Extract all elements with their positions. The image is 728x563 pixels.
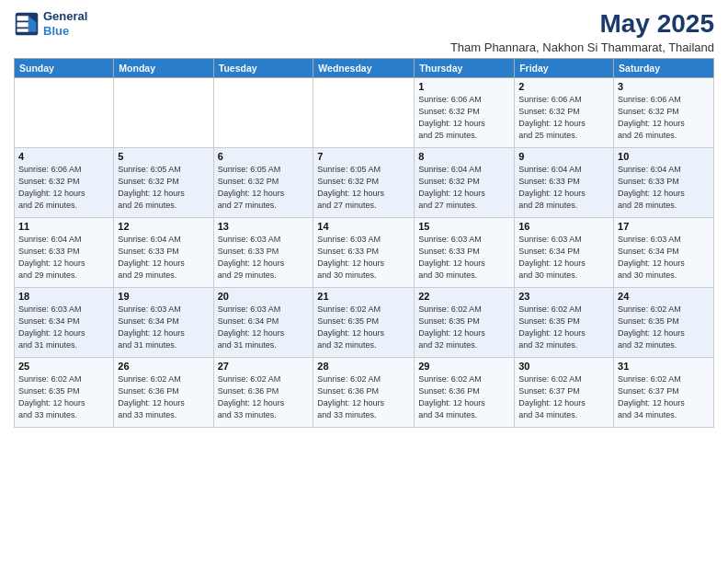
- day-number: 21: [317, 291, 410, 302]
- logo-general: General: [43, 9, 87, 23]
- day-info: Sunrise: 6:02 AM Sunset: 6:36 PM Dayligh…: [418, 373, 510, 421]
- calendar-cell: 16Sunrise: 6:03 AM Sunset: 6:34 PM Dayli…: [515, 218, 614, 288]
- main-title: May 2025: [450, 9, 714, 39]
- calendar-cell: 14Sunrise: 6:03 AM Sunset: 6:33 PM Dayli…: [313, 218, 415, 288]
- day-info: Sunrise: 6:02 AM Sunset: 6:35 PM Dayligh…: [518, 304, 609, 351]
- svg-rect-4: [17, 29, 28, 32]
- calendar-cell: 12Sunrise: 6:04 AM Sunset: 6:33 PM Dayli…: [114, 218, 213, 288]
- day-number: 1: [418, 81, 510, 92]
- day-info: Sunrise: 6:06 AM Sunset: 6:32 PM Dayligh…: [618, 94, 710, 142]
- day-info: Sunrise: 6:02 AM Sunset: 6:36 PM Dayligh…: [317, 373, 410, 421]
- day-number: 28: [317, 361, 410, 372]
- day-number: 9: [518, 151, 609, 162]
- weekday-header-saturday: Saturday: [614, 59, 714, 78]
- day-info: Sunrise: 6:02 AM Sunset: 6:37 PM Dayligh…: [618, 373, 710, 421]
- calendar-cell: 3Sunrise: 6:06 AM Sunset: 6:32 PM Daylig…: [614, 78, 714, 148]
- calendar-cell: [15, 78, 114, 148]
- calendar-cell: 25Sunrise: 6:02 AM Sunset: 6:35 PM Dayli…: [15, 358, 114, 428]
- day-number: 15: [418, 221, 510, 232]
- calendar-cell: 1Sunrise: 6:06 AM Sunset: 6:32 PM Daylig…: [415, 78, 515, 148]
- day-number: 6: [218, 151, 310, 162]
- day-info: Sunrise: 6:03 AM Sunset: 6:34 PM Dayligh…: [218, 304, 310, 351]
- day-number: 13: [218, 221, 310, 232]
- calendar-table: SundayMondayTuesdayWednesdayThursdayFrid…: [14, 58, 714, 428]
- day-info: Sunrise: 6:03 AM Sunset: 6:34 PM Dayligh…: [618, 234, 710, 282]
- day-info: Sunrise: 6:02 AM Sunset: 6:37 PM Dayligh…: [518, 373, 609, 421]
- logo-icon: [14, 11, 40, 37]
- header: General Blue May 2025 Tham Phannara, Nak…: [14, 9, 714, 54]
- calendar-cell: 4Sunrise: 6:06 AM Sunset: 6:32 PM Daylig…: [15, 148, 114, 218]
- calendar-cell: [213, 78, 313, 148]
- day-number: 3: [618, 81, 710, 92]
- week-row-1: 1Sunrise: 6:06 AM Sunset: 6:32 PM Daylig…: [15, 78, 714, 148]
- calendar-cell: 18Sunrise: 6:03 AM Sunset: 6:34 PM Dayli…: [15, 288, 114, 358]
- day-info: Sunrise: 6:05 AM Sunset: 6:32 PM Dayligh…: [118, 164, 209, 212]
- calendar-cell: 31Sunrise: 6:02 AM Sunset: 6:37 PM Dayli…: [614, 358, 714, 428]
- day-number: 22: [418, 291, 510, 302]
- day-number: 18: [18, 291, 109, 302]
- day-number: 20: [218, 291, 310, 302]
- day-info: Sunrise: 6:03 AM Sunset: 6:34 PM Dayligh…: [118, 304, 209, 351]
- day-info: Sunrise: 6:02 AM Sunset: 6:36 PM Dayligh…: [218, 373, 310, 421]
- day-number: 4: [18, 151, 109, 162]
- calendar-cell: 10Sunrise: 6:04 AM Sunset: 6:33 PM Dayli…: [614, 148, 714, 218]
- day-info: Sunrise: 6:06 AM Sunset: 6:32 PM Dayligh…: [18, 164, 109, 212]
- day-number: 8: [418, 151, 510, 162]
- day-info: Sunrise: 6:06 AM Sunset: 6:32 PM Dayligh…: [518, 94, 609, 142]
- calendar-cell: 26Sunrise: 6:02 AM Sunset: 6:36 PM Dayli…: [114, 358, 213, 428]
- calendar-cell: 19Sunrise: 6:03 AM Sunset: 6:34 PM Dayli…: [114, 288, 213, 358]
- day-number: 26: [118, 361, 209, 372]
- calendar-cell: 22Sunrise: 6:02 AM Sunset: 6:35 PM Dayli…: [415, 288, 515, 358]
- calendar-cell: 23Sunrise: 6:02 AM Sunset: 6:35 PM Dayli…: [515, 288, 614, 358]
- week-row-4: 18Sunrise: 6:03 AM Sunset: 6:34 PM Dayli…: [15, 288, 714, 358]
- title-block: May 2025 Tham Phannara, Nakhon Si Thamma…: [450, 9, 714, 54]
- page: General Blue May 2025 Tham Phannara, Nak…: [0, 0, 728, 563]
- svg-rect-3: [17, 22, 28, 27]
- sub-title: Tham Phannara, Nakhon Si Thammarat, Thai…: [450, 40, 714, 54]
- day-number: 25: [18, 361, 109, 372]
- day-number: 24: [618, 291, 710, 302]
- day-number: 29: [418, 361, 510, 372]
- logo-blue-text: Blue: [43, 24, 69, 38]
- day-info: Sunrise: 6:04 AM Sunset: 6:33 PM Dayligh…: [518, 164, 609, 212]
- day-number: 27: [218, 361, 310, 372]
- day-number: 31: [618, 361, 710, 372]
- week-row-2: 4Sunrise: 6:06 AM Sunset: 6:32 PM Daylig…: [15, 148, 714, 218]
- calendar-cell: 13Sunrise: 6:03 AM Sunset: 6:33 PM Dayli…: [213, 218, 313, 288]
- calendar-cell: 24Sunrise: 6:02 AM Sunset: 6:35 PM Dayli…: [614, 288, 714, 358]
- day-number: 12: [118, 221, 209, 232]
- day-info: Sunrise: 6:03 AM Sunset: 6:33 PM Dayligh…: [218, 234, 310, 282]
- calendar-cell: 21Sunrise: 6:02 AM Sunset: 6:35 PM Dayli…: [313, 288, 415, 358]
- week-row-3: 11Sunrise: 6:04 AM Sunset: 6:33 PM Dayli…: [15, 218, 714, 288]
- day-number: 30: [518, 361, 609, 372]
- day-info: Sunrise: 6:04 AM Sunset: 6:33 PM Dayligh…: [18, 234, 109, 282]
- weekday-header-friday: Friday: [515, 59, 614, 78]
- day-info: Sunrise: 6:03 AM Sunset: 6:33 PM Dayligh…: [317, 234, 410, 282]
- calendar-cell: 11Sunrise: 6:04 AM Sunset: 6:33 PM Dayli…: [15, 218, 114, 288]
- day-number: 11: [18, 221, 109, 232]
- calendar-cell: [114, 78, 213, 148]
- calendar-cell: 29Sunrise: 6:02 AM Sunset: 6:36 PM Dayli…: [415, 358, 515, 428]
- day-number: 19: [118, 291, 209, 302]
- day-info: Sunrise: 6:06 AM Sunset: 6:32 PM Dayligh…: [418, 94, 510, 142]
- logo-text: General Blue: [43, 9, 87, 38]
- weekday-header-wednesday: Wednesday: [313, 59, 415, 78]
- calendar-cell: 30Sunrise: 6:02 AM Sunset: 6:37 PM Dayli…: [515, 358, 614, 428]
- day-number: 16: [518, 221, 609, 232]
- day-info: Sunrise: 6:02 AM Sunset: 6:35 PM Dayligh…: [618, 304, 710, 351]
- day-number: 10: [618, 151, 710, 162]
- week-row-5: 25Sunrise: 6:02 AM Sunset: 6:35 PM Dayli…: [15, 358, 714, 428]
- calendar-cell: 9Sunrise: 6:04 AM Sunset: 6:33 PM Daylig…: [515, 148, 614, 218]
- day-number: 2: [518, 81, 609, 92]
- calendar-cell: 5Sunrise: 6:05 AM Sunset: 6:32 PM Daylig…: [114, 148, 213, 218]
- weekday-header-tuesday: Tuesday: [213, 59, 313, 78]
- day-number: 5: [118, 151, 209, 162]
- day-number: 23: [518, 291, 609, 302]
- day-info: Sunrise: 6:03 AM Sunset: 6:34 PM Dayligh…: [18, 304, 109, 351]
- day-info: Sunrise: 6:02 AM Sunset: 6:36 PM Dayligh…: [118, 373, 209, 421]
- calendar-cell: 2Sunrise: 6:06 AM Sunset: 6:32 PM Daylig…: [515, 78, 614, 148]
- day-info: Sunrise: 6:05 AM Sunset: 6:32 PM Dayligh…: [317, 164, 410, 212]
- day-info: Sunrise: 6:05 AM Sunset: 6:32 PM Dayligh…: [218, 164, 310, 212]
- weekday-header-sunday: Sunday: [15, 59, 114, 78]
- day-info: Sunrise: 6:04 AM Sunset: 6:33 PM Dayligh…: [118, 234, 209, 282]
